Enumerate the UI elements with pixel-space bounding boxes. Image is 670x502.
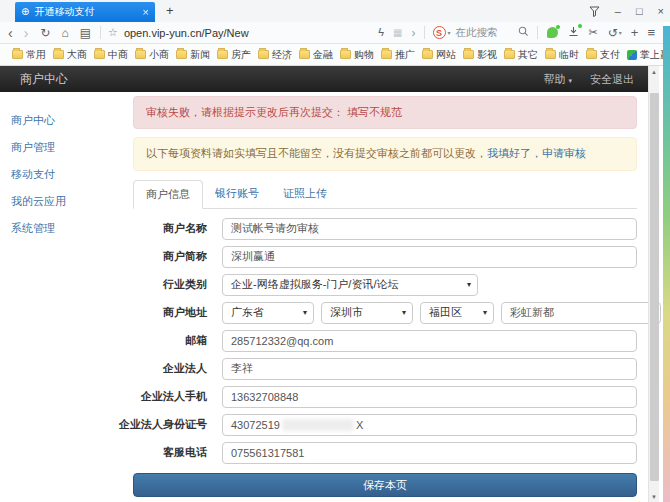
download-icon[interactable] — [568, 26, 579, 40]
form-row: 商户简称 — [133, 246, 637, 268]
sidebar-item-my-cloud-apps[interactable]: 我的云应用 — [11, 194, 133, 209]
bookmark-label: 房产 — [231, 48, 251, 62]
bookmark-folder[interactable]: 支付 — [584, 48, 622, 62]
add-toolbar-icon[interactable]: + — [631, 26, 639, 39]
expand-chevron-icon[interactable]: › — [412, 27, 416, 39]
merchant-short-input[interactable] — [222, 246, 637, 268]
bookmark-folder[interactable]: 临时 — [543, 48, 581, 62]
bookmark-label: 购物 — [354, 48, 374, 62]
undo-history-icon[interactable]: ↺ — [608, 27, 618, 39]
form-tabs: 商户信息 银行账号 证照上传 — [133, 180, 637, 209]
street-input[interactable] — [501, 302, 661, 324]
sidebar-item-merchant-manage[interactable]: 商户管理 — [11, 140, 133, 155]
page-scrollbar[interactable]: ▲ ▼ — [648, 66, 659, 502]
search-input[interactable]: 在此搜索 — [456, 26, 498, 40]
province-select[interactable]: 广东省▾ — [222, 302, 314, 324]
sidebar-item-mobile-pay[interactable]: 移动支付 — [11, 167, 133, 182]
legal-phone-input[interactable] — [222, 386, 637, 408]
industry-select[interactable]: 企业-网络虚拟服务-门户/资讯/论坛▾ — [222, 274, 478, 296]
extensions-grid-icon[interactable]: ▦ — [393, 28, 402, 38]
folder-icon — [463, 50, 474, 59]
window-controls: – □ × — [589, 0, 664, 22]
form-row: 行业类别 企业-网络虚拟服务-门户/资讯/论坛▾ — [133, 274, 637, 296]
folder-icon — [135, 50, 146, 59]
bookmark-folder[interactable]: 新闻 — [174, 48, 212, 62]
home-icon[interactable]: ⌂ — [61, 27, 68, 39]
bookmark-folder[interactable]: 影视 — [461, 48, 499, 62]
divider — [424, 26, 425, 39]
help-menu[interactable]: 帮助 ▾ — [543, 72, 572, 87]
bookmark-folder[interactable]: 经济 — [256, 48, 294, 62]
funnel-icon[interactable] — [589, 6, 600, 17]
scroll-up-icon[interactable]: ▲ — [649, 66, 659, 77]
search-engine-icon[interactable]: S — [433, 26, 446, 39]
form-row: 客服电话 — [133, 442, 637, 464]
screenshot-scissors-icon[interactable]: ✂ — [589, 27, 598, 38]
bookmark-label: 其它 — [518, 48, 538, 62]
bookmark-label: 大商 — [67, 48, 87, 62]
legal-id-input[interactable]: 43072519 X — [222, 414, 637, 436]
bookmark-label: 经济 — [272, 48, 292, 62]
email-input[interactable] — [222, 330, 637, 352]
bookmark-folder[interactable]: 购物 — [338, 48, 376, 62]
wechat-icon[interactable] — [547, 27, 558, 38]
scroll-down-icon[interactable]: ▼ — [649, 491, 659, 502]
service-phone-input[interactable] — [222, 442, 637, 464]
close-button[interactable]: × — [658, 5, 664, 17]
search-magnifier-icon[interactable] — [518, 26, 529, 40]
bookmark-label: 中商 — [108, 48, 128, 62]
id-suffix: X — [356, 419, 363, 431]
bookmark-folder[interactable]: 小商 — [133, 48, 171, 62]
bookmark-folder[interactable]: 其它 — [502, 48, 540, 62]
forward-icon[interactable]: › — [24, 26, 29, 40]
tab-license-upload[interactable]: 证照上传 — [271, 180, 339, 209]
folder-icon — [504, 50, 515, 59]
scrollbar-thumb[interactable] — [650, 93, 659, 481]
maximize-button[interactable]: □ — [636, 5, 643, 17]
bookmark-label: 金融 — [313, 48, 333, 62]
menu-icon[interactable]: ≡ — [647, 26, 655, 39]
refresh-icon[interactable]: ↻ — [40, 27, 50, 39]
lightning-icon[interactable]: ϟ — [378, 27, 384, 38]
logout-link[interactable]: 安全退出 — [590, 72, 634, 87]
bookmark-star-icon[interactable]: ☆ — [108, 27, 118, 38]
chevron-down-icon: ▾ — [483, 308, 487, 317]
apply-audit-link[interactable]: 我填好了，申请审核 — [487, 147, 586, 159]
redacted-digits — [282, 419, 354, 431]
merchant-short-label: 商户简称 — [113, 249, 207, 264]
tab-close-icon[interactable]: × — [143, 6, 149, 18]
reading-list-icon[interactable]: ▤ — [80, 27, 91, 39]
tab-merchant-info[interactable]: 商户信息 — [133, 180, 203, 209]
bookmark-folder[interactable]: 推广 — [379, 48, 417, 62]
browser-tab[interactable]: ⊕ 开通移动支付 × — [15, 2, 155, 22]
minimize-button[interactable]: – — [615, 5, 621, 17]
bookmark-folder[interactable]: 网站 — [420, 48, 458, 62]
bookmark-folder[interactable]: 中商 — [92, 48, 130, 62]
tab-bank-account[interactable]: 银行账号 — [203, 180, 271, 209]
chevron-down-icon: ▾ — [303, 308, 307, 317]
chevron-down-icon: ▾ — [467, 280, 471, 289]
city-select[interactable]: 深圳市▾ — [321, 302, 413, 324]
address-bar: ‹ › ↻ ⌂ ▤ ☆ open.vip-yun.cn/Pay/New ϟ ▦ … — [0, 22, 663, 44]
url-text[interactable]: open.vip-yun.cn/Pay/New — [124, 27, 249, 39]
email-label: 邮箱 — [113, 333, 207, 348]
district-select[interactable]: 福田区▾ — [420, 302, 494, 324]
form-row: 企业法人 — [133, 358, 637, 380]
bookmark-folder[interactable]: 大商 — [51, 48, 89, 62]
folder-icon — [381, 50, 392, 59]
sidebar-item-merchant-center[interactable]: 商户中心 — [11, 113, 133, 128]
back-icon[interactable]: ‹ — [8, 26, 13, 40]
legal-person-input[interactable] — [222, 358, 637, 380]
industry-label: 行业类别 — [113, 277, 207, 292]
bookmark-folder[interactable]: 金融 — [297, 48, 335, 62]
new-tab-button[interactable]: + — [166, 3, 174, 18]
bookmark-folder[interactable]: 常用 — [10, 48, 48, 62]
bookmark-label: 常用 — [26, 48, 46, 62]
search-engine-caret-icon[interactable]: ▾ — [448, 29, 451, 36]
undo-caret-icon[interactable]: ▾ — [619, 29, 622, 36]
bookmark-folder[interactable]: 房产 — [215, 48, 253, 62]
page-viewport: 商户中心 帮助 ▾ 安全退出 商户中心 商户管理 移动支付 我的云应用 系统管理… — [0, 66, 648, 502]
form-row: 商户名称 — [133, 218, 637, 240]
save-page-button[interactable]: 保存本页 — [133, 473, 637, 497]
merchant-name-input[interactable] — [222, 218, 637, 240]
